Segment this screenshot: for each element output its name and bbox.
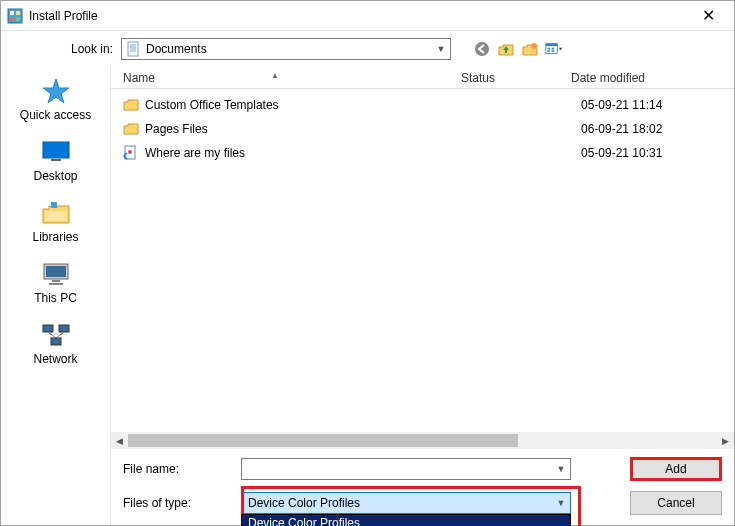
svg-line-30: [48, 332, 56, 338]
svg-rect-15: [547, 50, 549, 52]
column-status[interactable]: Status: [461, 71, 571, 85]
body: Quick access Desktop Libraries This PC N…: [1, 67, 734, 525]
svg-rect-20: [51, 159, 61, 161]
up-icon[interactable]: [497, 40, 515, 58]
place-desktop[interactable]: Desktop: [1, 134, 110, 191]
place-this-pc[interactable]: This PC: [1, 256, 110, 313]
place-network[interactable]: Network: [1, 317, 110, 374]
add-button[interactable]: Add: [630, 457, 722, 481]
install-profile-dialog: Install Profile ✕ Look in: Documents ▼ Q…: [0, 0, 735, 526]
svg-rect-24: [46, 266, 66, 277]
place-libraries[interactable]: Libraries: [1, 195, 110, 252]
look-in-text: Documents: [146, 42, 432, 56]
dialog-title: Install Profile: [29, 9, 688, 23]
shortcut-icon: [123, 145, 139, 161]
svg-rect-2: [16, 11, 20, 15]
svg-marker-18: [43, 79, 69, 103]
list-item[interactable]: Where are my files 05-09-21 10:31: [111, 141, 734, 165]
svg-point-33: [128, 150, 132, 154]
look-in-row: Look in: Documents ▼: [1, 31, 734, 67]
places-bar: Quick access Desktop Libraries This PC N…: [1, 67, 111, 525]
file-name: Pages Files: [145, 122, 471, 136]
svg-line-31: [56, 332, 64, 338]
toolbar: [473, 40, 563, 58]
back-icon[interactable]: [473, 40, 491, 58]
app-icon: [7, 8, 23, 24]
svg-rect-27: [43, 325, 53, 332]
file-name-input[interactable]: ▼: [241, 458, 571, 480]
file-type-box: Device Color Profiles ▼ Device Color Pro…: [241, 492, 571, 514]
file-pane: Name▲ Status Date modified Custom Office…: [111, 67, 734, 525]
titlebar: Install Profile ✕: [1, 1, 734, 31]
file-name-label: File name:: [123, 462, 233, 476]
column-date[interactable]: Date modified: [571, 71, 734, 85]
place-quick-access[interactable]: Quick access: [1, 73, 110, 130]
list-rows: Custom Office Templates 05-09-21 11:14 P…: [111, 89, 734, 165]
svg-rect-26: [49, 283, 63, 285]
svg-rect-16: [552, 47, 554, 49]
scroll-right-icon[interactable]: ▶: [717, 432, 734, 449]
svg-rect-4: [16, 17, 20, 21]
svg-rect-14: [547, 47, 549, 49]
file-type-text: Device Color Profiles: [242, 496, 552, 510]
horizontal-scrollbar[interactable]: ◀ ▶: [111, 432, 734, 449]
pc-icon: [39, 260, 73, 288]
svg-rect-28: [59, 325, 69, 332]
file-type-label: Files of type:: [123, 496, 233, 510]
file-type-combo[interactable]: Device Color Profiles ▼: [241, 492, 571, 514]
svg-point-11: [531, 43, 537, 49]
cancel-button[interactable]: Cancel: [630, 491, 722, 515]
svg-rect-3: [10, 17, 14, 21]
svg-rect-17: [552, 50, 554, 52]
svg-rect-25: [52, 280, 60, 282]
list-item[interactable]: Custom Office Templates 05-09-21 11:14: [111, 93, 734, 117]
list-item[interactable]: Pages Files 06-09-21 18:02: [111, 117, 734, 141]
bottom-panel: File name: ▼ Add Files of type: Device C…: [111, 449, 734, 525]
place-label: Quick access: [1, 108, 110, 122]
file-name-row: File name: ▼ Add: [123, 457, 722, 481]
folder-icon: [123, 97, 139, 113]
file-type-dropdown[interactable]: Device Color Profiles ICC Profiles Devic…: [241, 514, 571, 526]
place-label: Libraries: [1, 230, 110, 244]
place-label: Network: [1, 352, 110, 366]
file-date: 05-09-21 10:31: [581, 146, 734, 160]
file-name: Custom Office Templates: [145, 98, 471, 112]
svg-rect-21: [45, 211, 67, 221]
desktop-icon: [39, 138, 73, 166]
documents-icon: [126, 41, 142, 57]
svg-point-10: [475, 42, 489, 56]
place-label: This PC: [1, 291, 110, 305]
svg-rect-22: [51, 202, 57, 208]
scroll-thumb[interactable]: [128, 434, 518, 447]
look-in-combo[interactable]: Documents ▼: [121, 38, 451, 60]
chevron-down-icon: ▼: [552, 498, 570, 508]
sort-asc-icon: ▲: [271, 71, 279, 80]
place-label: Desktop: [1, 169, 110, 183]
folder-icon: [123, 121, 139, 137]
new-folder-icon[interactable]: [521, 40, 539, 58]
svg-rect-29: [51, 338, 61, 345]
network-icon: [39, 321, 73, 349]
dropdown-option[interactable]: Device Color Profiles: [242, 515, 570, 526]
column-name[interactable]: Name▲: [111, 71, 461, 85]
star-icon: [39, 77, 73, 105]
file-list[interactable]: Name▲ Status Date modified Custom Office…: [111, 67, 734, 432]
chevron-down-icon: ▼: [552, 464, 570, 474]
file-name: Where are my files: [145, 146, 471, 160]
chevron-down-icon: ▼: [432, 44, 450, 54]
file-date: 05-09-21 11:14: [581, 98, 734, 112]
look-in-label: Look in:: [13, 42, 113, 56]
scroll-left-icon[interactable]: ◀: [111, 432, 128, 449]
svg-rect-13: [546, 43, 557, 45]
file-date: 06-09-21 18:02: [581, 122, 734, 136]
file-type-row: Files of type: Device Color Profiles ▼ D…: [123, 491, 722, 515]
view-menu-icon[interactable]: [545, 40, 563, 58]
close-button[interactable]: ✕: [688, 6, 728, 25]
libraries-icon: [39, 199, 73, 227]
scroll-track[interactable]: [128, 432, 717, 449]
svg-rect-19: [43, 142, 69, 158]
list-header[interactable]: Name▲ Status Date modified: [111, 67, 734, 89]
svg-rect-1: [10, 11, 14, 15]
